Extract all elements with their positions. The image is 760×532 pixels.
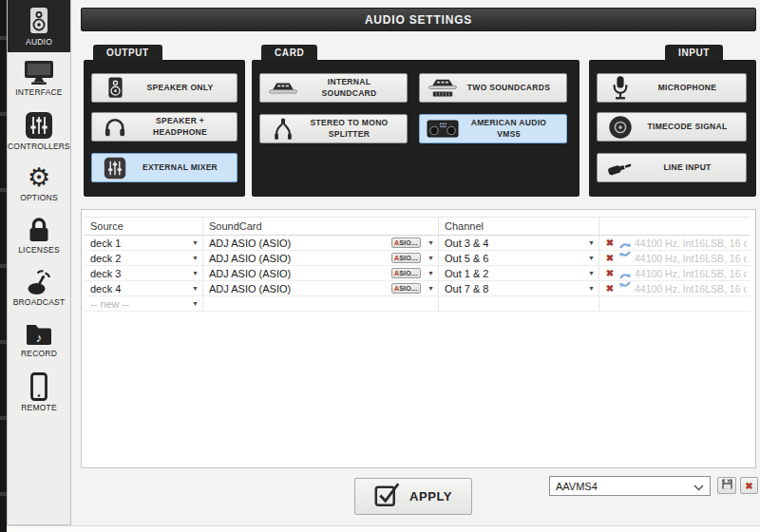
table-header-row: Source SoundCard Channel [85,218,750,236]
sidebar-item-label: LICENSES [18,245,60,255]
channel-select[interactable]: Out 5 & 6▼ [439,251,599,265]
dropdown-arrow-icon[interactable]: ▼ [428,239,434,246]
delete-row-icon[interactable]: ✖ [603,236,617,251]
preset-combobox[interactable]: AAVMS4 [549,476,711,496]
window-left-edge [0,0,7,532]
option-label: LINE INPUT [636,162,742,173]
channel-select[interactable]: Out 3 & 4▼ [439,236,599,250]
microphone-button[interactable]: MICROPHONE [597,73,747,103]
source-value: deck 3 [90,268,188,279]
channel-value: Out 7 & 8 [445,283,584,294]
dropdown-arrow-icon[interactable]: ▼ [192,255,199,261]
source-select[interactable]: deck 3▼ [85,266,203,280]
channel-select[interactable]: Out 1 & 2▼ [439,266,599,280]
dropdown-arrow-icon[interactable]: ▼ [192,300,199,307]
dropdown-arrow-icon[interactable]: ▼ [428,270,434,276]
row-actions: ✖ 44100 Hz, Int16LSB, 16 ch [599,236,750,250]
dropdown-arrow-icon[interactable]: ▼ [192,285,199,292]
format-info: 44100 Hz, Int16LSB, 16 ch [635,238,747,249]
soundcard-select[interactable]: ADJ ASIO (ASIO)ASIO…▼ [203,251,439,265]
soundcard-value: ADJ ASIO (ASIO) [209,238,391,249]
delete-row-icon[interactable]: ✖ [603,281,617,296]
stereo-mono-splitter-button[interactable]: STEREO TO MONO SPLITTER [259,114,408,143]
sync-refresh-icon[interactable] [618,242,633,257]
delete-row-icon[interactable]: ✖ [603,251,617,266]
vms5-device-icon [427,120,459,138]
sidebar-item-label: REMOTE [21,403,57,412]
table-row-deck1: deck 1▼ ADJ ASIO (ASIO)ASIO…▼ Out 3 & 4▼… [85,236,750,251]
new-source-select[interactable]: -- new --▼ [85,296,203,311]
microphone-icon [604,75,636,101]
asio-config-button[interactable]: ASIO… [391,268,421,278]
dropdown-arrow-icon[interactable]: ▼ [192,270,199,276]
dropdown-arrow-icon[interactable]: ▼ [588,285,595,292]
source-value: deck 1 [90,238,188,249]
card-panel: INTERNAL SOUNDCARD TWO SOUNDCARDS STEREO… [252,60,580,197]
american-audio-vms5-button[interactable]: AMERICAN AUDIO VMS5 [419,114,567,143]
sidebar-item-record[interactable]: ♪ RECORD [8,314,70,366]
asio-config-button[interactable]: ASIO… [391,253,421,263]
external-mixer-button[interactable]: EXTERNAL MIXER [91,153,238,182]
asio-config-button[interactable]: ASIO… [391,283,421,294]
sidebar-item-remote[interactable]: REMOTE [8,366,70,418]
speaker-headphone-button[interactable]: SPEAKER + HEADPHONE [91,112,238,142]
option-label: SPEAKER + HEADPHONE [131,116,233,137]
two-soundcards-button[interactable]: TWO SOUNDCARDS [419,73,567,103]
soundcard-select[interactable]: ADJ ASIO (ASIO)ASIO…▼ [203,281,439,295]
save-preset-button[interactable] [717,477,736,494]
asio-config-button[interactable]: ASIO… [391,238,421,248]
line-input-button[interactable]: LINE INPUT [597,153,747,182]
tab-output: OUTPUT [93,45,162,60]
soundcard-value: ADJ ASIO (ASIO) [209,268,391,279]
svg-text:♪: ♪ [36,331,43,345]
dropdown-arrow-icon[interactable]: ▼ [588,255,595,261]
soundcard-select[interactable]: ADJ ASIO (ASIO)ASIO…▼ [203,236,439,250]
source-select[interactable]: deck 1▼ [85,236,203,250]
sidebar-item-label: OPTIONS [20,193,58,202]
option-label: MICROPHONE [636,83,742,93]
dropdown-arrow-icon[interactable]: ▼ [428,255,434,261]
format-info: 44100 Hz, Int16LSB, 16 ch [635,253,747,264]
chevron-down-icon[interactable] [694,478,704,495]
dropdown-arrow-icon[interactable]: ▼ [428,285,434,292]
input-panel: MICROPHONE TIMECODE SIGNAL LINE INPUT [589,60,756,197]
channel-select[interactable]: Out 7 & 8▼ [439,281,599,295]
dropdown-arrow-icon[interactable]: ▼ [588,239,595,246]
sidebar-item-controllers[interactable]: CONTROLLERS [8,104,70,157]
gear-icon: ⚙ [28,164,50,191]
settings-sidebar: AUDIO INTERFACE CONTROLLERS ⚙ OPTIONS LI… [7,0,71,525]
sidebar-item-licenses[interactable]: LICENSES [8,209,70,261]
format-info: 44100 Hz, Int16LSB, 16 ch [635,283,747,294]
column-header-source: Source [85,218,203,235]
soundcard-select[interactable]: ADJ ASIO (ASIO)ASIO…▼ [203,266,439,280]
sync-refresh-icon[interactable] [618,273,633,288]
sidebar-item-label: RECORD [21,349,57,358]
dropdown-arrow-icon[interactable]: ▼ [192,239,199,246]
speaker-only-button[interactable]: SPEAKER ONLY [91,73,238,103]
sidebar-item-options[interactable]: ⚙ OPTIONS [8,157,70,209]
internal-soundcard-button[interactable]: INTERNAL SOUNDCARD [259,73,408,103]
apply-button[interactable]: APPLY [354,478,472,515]
delete-preset-button[interactable]: ✖ [740,477,758,494]
delete-row-icon[interactable]: ✖ [603,266,617,281]
sidebar-item-interface[interactable]: INTERFACE [8,52,70,104]
record-folder-icon: ♪ [25,321,53,347]
routing-table: Source SoundCard Channel deck 1▼ ADJ ASI… [85,217,750,312]
speaker-icon [28,7,50,35]
lock-icon [27,217,51,243]
vinyl-disc-icon [604,115,636,140]
phone-icon [29,372,48,401]
sidebar-item-audio[interactable]: AUDIO [8,0,70,52]
source-select[interactable]: deck 2▼ [85,251,203,265]
table-row-new: -- new --▼ [85,296,750,312]
option-label: SPEAKER ONLY [131,83,233,93]
splitter-cable-icon [267,117,299,142]
option-label: INTERNAL SOUNDCARD [299,77,403,98]
source-select[interactable]: deck 4▼ [85,281,203,295]
sidebar-item-broadcast[interactable]: BROADCAST [8,261,70,314]
dropdown-arrow-icon[interactable]: ▼ [588,270,595,276]
sidebar-item-label: BROADCAST [13,297,66,307]
column-header-info [599,218,750,235]
row-actions: ✖ 44100 Hz, Int16LSB, 16 ch [599,266,750,280]
timecode-signal-button[interactable]: TIMECODE SIGNAL [597,112,747,142]
